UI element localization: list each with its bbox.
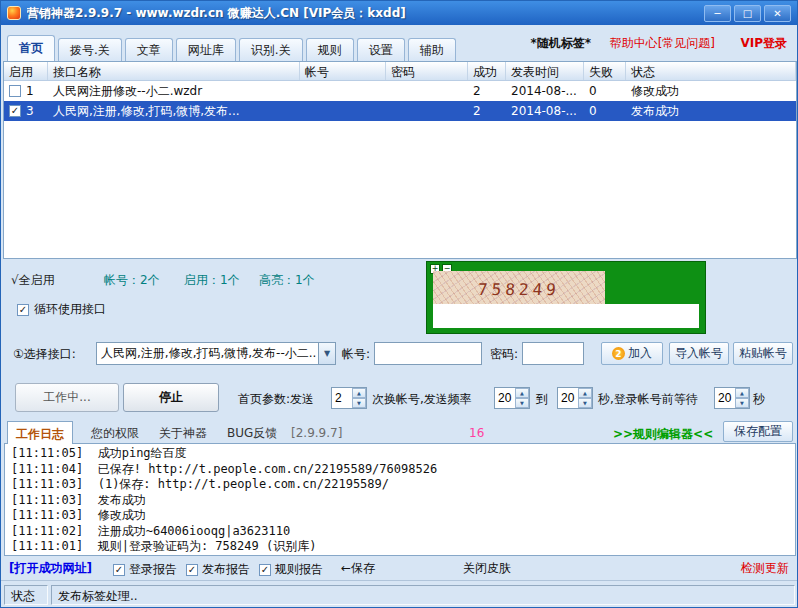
spinner-down-icon[interactable]: ▼ bbox=[578, 398, 592, 408]
save-hint-label: ←保存 bbox=[341, 560, 375, 577]
spinner-up-icon[interactable]: ▲ bbox=[515, 388, 529, 398]
tab-url-library[interactable]: 网址库 bbox=[176, 38, 236, 61]
select-interface-label: ①选择接口: bbox=[13, 346, 76, 363]
status-label: 状态 bbox=[4, 585, 48, 605]
spinner-up-icon[interactable]: ▲ bbox=[578, 388, 592, 398]
window-controls: ─ □ ✕ bbox=[704, 5, 791, 22]
cell-enable: 1 bbox=[4, 84, 48, 98]
import-accounts-button[interactable]: 导入帐号 bbox=[669, 342, 729, 365]
highlight-count: 高亮：1个 bbox=[259, 272, 315, 289]
publish-report-option[interactable]: ✓ 发布报告 bbox=[186, 561, 250, 578]
interface-dropdown[interactable]: 人民网,注册,修改,打码,微博,发布--小二.. ▼ bbox=[96, 342, 336, 365]
interface-dropdown-value: 人民网,注册,修改,打码,微博,发布--小二.. bbox=[97, 345, 318, 362]
step-two-icon: 2 bbox=[612, 347, 625, 360]
maximize-button[interactable]: □ bbox=[734, 5, 761, 22]
column-header-fail[interactable]: 失败 bbox=[584, 62, 626, 80]
captcha-popup: + − 758249 bbox=[426, 261, 706, 334]
cell-name: 人民网注册修改--小二.wzdr bbox=[48, 83, 300, 100]
minimize-button[interactable]: ─ bbox=[704, 5, 731, 22]
tab-article[interactable]: 文章 bbox=[125, 38, 173, 61]
password-input[interactable] bbox=[522, 342, 584, 365]
account-label: 帐号: bbox=[342, 346, 370, 363]
rule-report-option[interactable]: ✓ 规则报告 bbox=[259, 561, 323, 578]
cell-name: 人民网,注册,修改,打码,微博,发布... bbox=[48, 103, 300, 120]
login-report-checkbox[interactable]: ✓ bbox=[113, 564, 125, 576]
spinner-up-icon[interactable]: ▲ bbox=[352, 388, 366, 398]
tab-about[interactable]: 关于神器 bbox=[151, 421, 215, 443]
column-header-enable[interactable]: 启用 bbox=[4, 62, 48, 80]
bottom-options-row: [打开成功网址] ✓ 登录报告 ✓ 发布报告 ✓ 规则报告 ←保存 关闭皮肤 检… bbox=[1, 560, 797, 576]
cell-time: 2014-08-... bbox=[506, 84, 584, 98]
spinner-up-icon[interactable]: ▲ bbox=[735, 388, 749, 398]
column-header-status[interactable]: 状态 bbox=[626, 62, 796, 80]
spinner-down-icon[interactable]: ▼ bbox=[515, 398, 529, 408]
window-title: 营销神器2.9.9.7 - www.wzdr.cn 微赚达人.CN [VIP会员… bbox=[27, 5, 704, 22]
work-control-row: 工作中... 停止 首页参数:发送 ▲▼ 次换帐号,发送频率 ▲▼ 到 ▲▼ 秒… bbox=[1, 383, 797, 413]
select-all-link[interactable]: √全启用 bbox=[11, 272, 55, 289]
vip-login-link[interactable]: VIP登录 bbox=[740, 35, 787, 52]
working-button[interactable]: 工作中... bbox=[15, 383, 119, 412]
loop-interface-option[interactable]: ✓ 循环使用接口 bbox=[17, 301, 106, 318]
column-header-password[interactable]: 密码 bbox=[386, 62, 468, 80]
table-row-selected[interactable]: ✓ 3 人民网,注册,修改,打码,微博,发布... 2 2014-08-... … bbox=[4, 101, 796, 121]
captcha-input-area[interactable] bbox=[433, 304, 699, 328]
row-enable-checkbox[interactable]: ✓ bbox=[9, 105, 21, 117]
log-output[interactable]: [11:11:05] 成功ping给百度 [11:11:04] 已保存! htt… bbox=[4, 443, 796, 556]
row-enable-checkbox[interactable] bbox=[9, 85, 21, 97]
params-label-frequency: 次换帐号,发送频率 bbox=[372, 391, 472, 408]
password-label: 密码: bbox=[490, 346, 518, 363]
column-header-success[interactable]: 成功 bbox=[468, 62, 506, 80]
open-success-urls-link[interactable]: [打开成功网址] bbox=[9, 560, 92, 577]
cell-fail: 0 bbox=[584, 84, 626, 98]
cell-enable: ✓ 3 bbox=[4, 104, 48, 118]
rule-editor-link[interactable]: >>规则编辑器<< bbox=[613, 426, 713, 443]
params-label-send: 首页参数:发送 bbox=[238, 391, 314, 408]
log-line: [11:11:03] 修改成功 bbox=[11, 508, 789, 524]
row-id: 3 bbox=[26, 104, 34, 118]
spinner-down-icon[interactable]: ▼ bbox=[352, 398, 366, 408]
tab-recognize[interactable]: 识别.关 bbox=[239, 38, 303, 61]
add-account-button[interactable]: 2 加入 bbox=[601, 342, 663, 365]
params-label-seconds: 秒 bbox=[753, 391, 765, 408]
close-button[interactable]: ✕ bbox=[764, 5, 791, 22]
titlebar: 营销神器2.9.9.7 - www.wzdr.cn 微赚达人.CN [VIP会员… bbox=[1, 1, 797, 25]
params-label-wait: 秒,登录帐号前等待 bbox=[598, 391, 698, 408]
interface-select-row: ①选择接口: 人民网,注册,修改,打码,微博,发布--小二.. ▼ 帐号: 密码… bbox=[1, 342, 797, 366]
close-skin-link[interactable]: 关闭皮肤 bbox=[463, 560, 511, 577]
publish-report-label: 发布报告 bbox=[202, 561, 250, 578]
params-label-to: 到 bbox=[536, 391, 548, 408]
tab-assist[interactable]: 辅助 bbox=[408, 38, 456, 61]
frequency-from-spinner: ▲▼ bbox=[494, 387, 530, 409]
paste-accounts-button[interactable]: 粘贴帐号 bbox=[733, 342, 793, 365]
chevron-down-icon[interactable]: ▼ bbox=[318, 343, 335, 364]
rule-report-label: 规则报告 bbox=[275, 561, 323, 578]
tab-your-permissions[interactable]: 您的权限 bbox=[83, 421, 147, 443]
tab-dial[interactable]: 拨号.关 bbox=[58, 38, 122, 61]
version-label: [2.9.9.7] bbox=[291, 426, 342, 440]
login-report-option[interactable]: ✓ 登录报告 bbox=[113, 561, 177, 578]
help-center-link[interactable]: 帮助中心[常见问题] bbox=[610, 35, 715, 52]
table-row[interactable]: 1 人民网注册修改--小二.wzdr 2 2014-08-... 0 修改成功 bbox=[4, 81, 796, 101]
stop-button[interactable]: 停止 bbox=[123, 383, 219, 412]
spinner-down-icon[interactable]: ▼ bbox=[735, 398, 749, 408]
tab-home[interactable]: 首页 bbox=[7, 35, 55, 61]
account-input[interactable] bbox=[374, 342, 482, 365]
tab-bug-report[interactable]: BUG反馈 bbox=[219, 421, 285, 443]
status-message: 发布标签处理.. bbox=[51, 585, 795, 605]
column-header-time[interactable]: 发表时间 bbox=[506, 62, 584, 80]
save-config-button[interactable]: 保存配置 bbox=[723, 421, 793, 442]
tab-rules[interactable]: 规则 bbox=[306, 38, 354, 61]
statusbar: 状态 发布标签处理.. bbox=[1, 580, 797, 608]
tab-settings[interactable]: 设置 bbox=[357, 38, 405, 61]
loop-checkbox[interactable]: ✓ bbox=[17, 304, 29, 316]
log-line: [11:11:01] 规则|登录验证码为: 758249 (识别库) bbox=[11, 539, 789, 555]
check-update-link[interactable]: 检测更新 bbox=[741, 560, 789, 577]
tab-work-log[interactable]: 工作日志 bbox=[7, 421, 73, 444]
publish-report-checkbox[interactable]: ✓ bbox=[186, 564, 198, 576]
column-header-account[interactable]: 帐号 bbox=[300, 62, 386, 80]
column-header-name[interactable]: 接口名称 bbox=[48, 62, 300, 80]
cell-success: 2 bbox=[468, 104, 506, 118]
rule-report-checkbox[interactable]: ✓ bbox=[259, 564, 271, 576]
summary-row: √全启用 帐号：2个 启用：1个 高亮：1个 bbox=[1, 272, 421, 290]
app-icon bbox=[7, 6, 21, 20]
